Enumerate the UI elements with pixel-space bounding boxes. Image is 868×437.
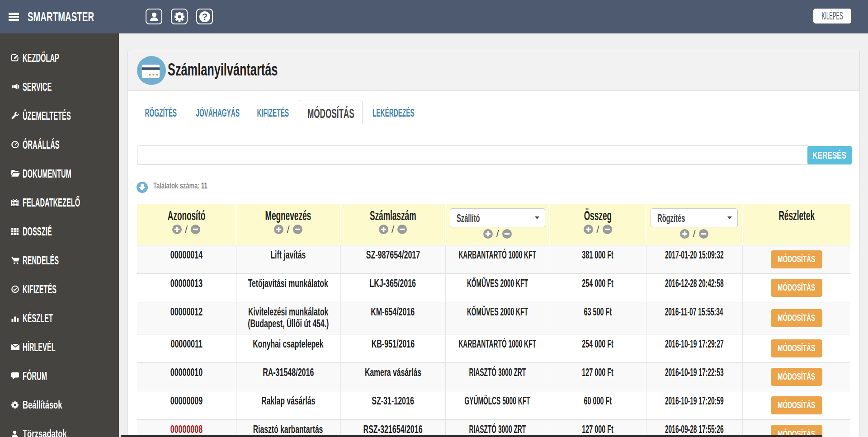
svg-text:?: ? xyxy=(202,11,207,21)
